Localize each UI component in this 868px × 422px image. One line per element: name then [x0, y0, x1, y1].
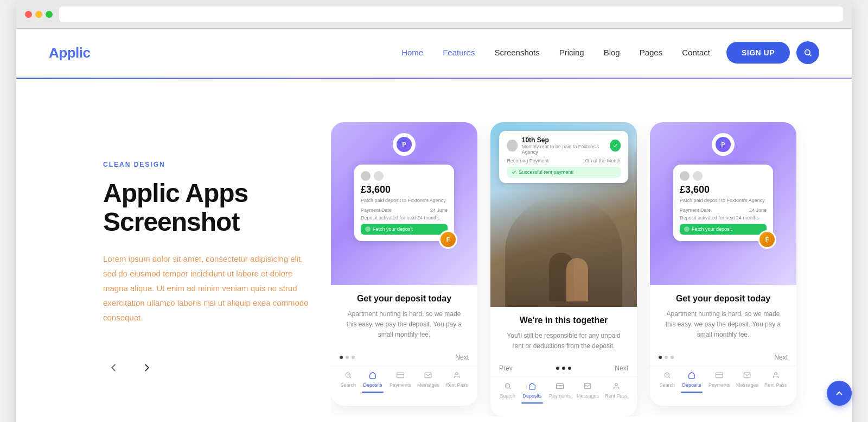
svg-point-6 — [455, 372, 458, 375]
site-logo: Applic — [49, 45, 90, 61]
bottom-nav-search-3: Search — [659, 371, 675, 393]
svg-line-13 — [668, 376, 670, 378]
payments-icon-1 — [397, 371, 404, 381]
svg-point-12 — [665, 373, 669, 377]
phone-desc-3: Apartment hunting is hard, so we made th… — [661, 309, 786, 341]
active-indicator-1 — [362, 392, 384, 393]
nav-link-screenshots[interactable]: Screenshots — [494, 48, 539, 57]
mockup-row-1: Payment Date 24 June — [361, 207, 448, 213]
bottom-nav-messages-2: Messages — [577, 382, 599, 404]
phone-screen-1: P £3,600 Patch paid deposit to Foxtons's… — [331, 122, 477, 285]
svg-line-8 — [509, 388, 510, 389]
messages-label-3: Messages — [736, 382, 758, 388]
payments-label-1: Payments — [390, 382, 411, 388]
rentpass-label-2: Rent Pass — [605, 393, 628, 399]
maximize-dot[interactable] — [46, 11, 53, 18]
dot-1 — [340, 356, 343, 359]
next-text-2[interactable]: Next — [615, 364, 628, 372]
deposits-label-2: Deposits — [522, 393, 541, 399]
nav-links: Home Features Screenshots Pricing Blog P… — [401, 48, 710, 58]
dot-5 — [562, 367, 565, 370]
signup-button[interactable]: SIGN UP — [726, 42, 790, 64]
phone-mockup-1: £3,600 Patch paid deposit to Foxtons's A… — [354, 165, 454, 241]
search-icon-2 — [504, 382, 512, 392]
nav-link-pages[interactable]: Pages — [640, 48, 663, 57]
phone-mockup-2: 10th Sep Monthly rent to be paid to Foxt… — [499, 131, 628, 183]
phones-container: P £3,600 Patch paid deposit to Foxtons's… — [331, 122, 808, 417]
nav-link-features[interactable]: Features — [443, 48, 475, 57]
phone-bottom-nav-3: Search Deposits Payments — [650, 366, 796, 393]
next-arrow-button[interactable] — [137, 357, 157, 378]
phone-desc-2: You'll still be responsible for any unpa… — [501, 331, 626, 351]
phone-dots-nav-1: Next — [331, 354, 477, 361]
nav-link-contact[interactable]: Contact — [682, 48, 710, 57]
search-button[interactable] — [796, 41, 819, 64]
dot-2 — [346, 356, 349, 359]
payment-date-val-3: 24 June — [749, 207, 767, 213]
left-content: CLEAN DESIGN Applic Apps Screenshot Lore… — [103, 161, 331, 379]
phone-mockup-3: £3,600 Patch paid deposit to Foxtons's A… — [673, 165, 773, 241]
rentpass-icon-1 — [453, 371, 461, 381]
gold-badge-3: F — [758, 230, 776, 249]
close-dot[interactable] — [25, 11, 32, 18]
search-label-3: Search — [659, 382, 675, 388]
gold-badge-1: F — [439, 230, 457, 249]
messages-icon-2 — [584, 382, 591, 392]
phone-card-2: 10th Sep Monthly rent to be paid to Foxt… — [490, 122, 637, 417]
phone-dots-nav-2: Prev Next — [490, 364, 637, 372]
prev-text-2[interactable]: Prev — [499, 364, 513, 372]
section-badge: CLEAN DESIGN — [103, 161, 309, 168]
mockup-row-3: Payment Date 24 June — [680, 207, 767, 213]
main-content: CLEAN DESIGN Applic Apps Screenshot Lore… — [16, 79, 852, 422]
dot-9 — [671, 356, 674, 359]
deposits-icon-2 — [528, 382, 536, 392]
mockup-amount-1: £3,600 — [361, 184, 448, 196]
phone-card-1: P £3,600 Patch paid deposit to Foxtons's… — [331, 122, 477, 406]
browser-window: Applic Home Features Screenshots Pricing… — [16, 0, 852, 422]
fetch-btn-3: Fetch your deposit — [680, 224, 767, 235]
nav-link-pricing[interactable]: Pricing — [559, 48, 584, 57]
navbar: Applic Home Features Screenshots Pricing… — [16, 29, 852, 78]
next-text-3[interactable]: Next — [774, 354, 788, 361]
browser-chrome — [16, 0, 852, 29]
payments-icon-3 — [716, 371, 723, 381]
phone-title-2: We're in this together — [501, 316, 626, 325]
phone-desc-1: Apartment hunting is hard, so we made th… — [342, 309, 467, 341]
nav-link-blog[interactable]: Blog — [604, 48, 620, 57]
bottom-nav-messages-3: Messages — [736, 371, 758, 393]
browser-dots — [25, 11, 53, 18]
prev-arrow-button[interactable] — [103, 357, 124, 378]
active-indicator-3 — [681, 392, 703, 393]
payment-date-label-3: Payment Date — [680, 207, 711, 213]
svg-point-7 — [505, 384, 509, 388]
phone-screen-2: 10th Sep Monthly rent to be paid to Foxt… — [490, 122, 637, 307]
phone-info-3: Get your deposit today Apartment hunting… — [650, 285, 796, 354]
minimize-dot[interactable] — [35, 11, 42, 18]
rentpass-icon-3 — [772, 371, 780, 381]
success-badge-2: Successful rent payment! — [507, 167, 621, 178]
messages-label-2: Messages — [577, 393, 599, 399]
phone-card-3: P £3,600 Patch paid deposit to Foxtons's… — [650, 122, 796, 406]
search-icon-1 — [344, 371, 352, 381]
rentpass-icon-2 — [612, 382, 620, 392]
nav-link-home[interactable]: Home — [401, 48, 423, 57]
phone-info-2: We're in this together You'll still be r… — [490, 307, 637, 364]
bottom-nav-payments-1: Payments — [390, 371, 411, 393]
deposits-label-1: Deposits — [363, 382, 382, 388]
phone-bottom-nav-1: Search Deposits Payments — [331, 366, 477, 393]
green-badge-2 — [610, 140, 621, 152]
date-label-2: 10th Sep — [522, 136, 606, 144]
phone-title-1: Get your deposit today — [342, 294, 467, 304]
svg-point-16 — [774, 372, 777, 375]
dot-4 — [556, 367, 559, 370]
avatar-3: P — [716, 137, 731, 152]
mockup-amount-3: £3,600 — [680, 184, 767, 196]
next-text-1[interactable]: Next — [455, 354, 469, 361]
messages-icon-3 — [743, 371, 751, 381]
recurring-row-2: Recurring Payment 10th of the Month — [507, 158, 621, 163]
active-indicator-2 — [521, 402, 543, 404]
dot-7 — [659, 356, 662, 359]
url-bar[interactable] — [59, 7, 843, 22]
section-description: Lorem ipsum dolor sit amet, consectetur … — [103, 251, 309, 325]
scroll-up-button[interactable] — [827, 381, 852, 406]
